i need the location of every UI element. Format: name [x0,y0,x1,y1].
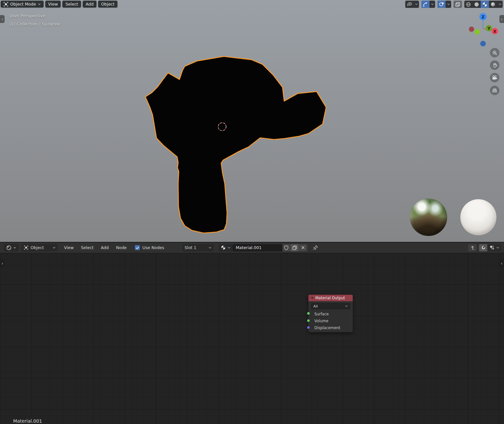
displacement-socket[interactable] [307,326,310,329]
parent-node-tree-button[interactable] [468,244,476,251]
node-header[interactable]: ▼ Material Output [308,295,353,301]
node-sidebar-expand-arrow[interactable]: ‹ [499,259,504,267]
viewport-header: Object Mode View Select Add Object [1,1,117,8]
axis-x-ball[interactable]: X [492,28,498,34]
menu-object[interactable]: Object [98,1,117,8]
snap-target-dropdown[interactable] [487,244,501,251]
surface-socket[interactable] [307,312,310,315]
shading-dropdown-button[interactable] [497,1,503,8]
pin-id-button[interactable] [313,245,318,250]
axis-neg-y-ball[interactable] [474,29,480,35]
displacement-input-row: Displacement [308,324,353,331]
grid-icon [492,88,497,93]
menu-add[interactable]: Add [83,1,96,8]
volume-socket[interactable] [307,319,310,322]
use-nodes-checkbox[interactable] [135,245,140,250]
shading-wireframe-icon[interactable] [464,1,472,8]
xray-toggle-icon[interactable] [453,1,462,8]
shader-editor-header: Object View Select Add Node Use Nodes Sl… [0,242,504,253]
gizmos-toggle-icon[interactable] [421,1,430,8]
shader-editor-icon [6,245,11,250]
pan-button[interactable] [490,60,499,70]
node-tree-name-label: Material.001 [13,418,42,424]
node-menu-view[interactable]: View [60,245,77,250]
mode-dropdown[interactable]: Object Mode [1,1,44,8]
snap-toggle-button[interactable] [479,244,487,251]
suzanne-silhouette[interactable] [145,56,326,233]
check-icon [136,246,139,249]
shader-type-dropdown[interactable]: Object [22,244,58,251]
perspective-toggle-button[interactable] [490,86,499,95]
shading-material-preview-icon[interactable] [481,1,489,8]
overlays-dropdown-button[interactable] [446,1,451,8]
new-material-button[interactable] [291,244,299,251]
axis-y-ball[interactable]: Y [486,25,492,32]
material-browse-dropdown[interactable] [219,244,233,251]
material-slot-dropdown[interactable]: Slot 1 [182,244,214,251]
axis-z-ball[interactable]: Z [479,13,487,20]
close-icon [301,246,305,249]
svg-text:X: X [493,29,496,34]
use-nodes-label: Use Nodes [142,245,164,250]
menu-view[interactable]: View [45,1,61,8]
magnet-icon [481,245,486,250]
duplicate-icon [292,245,297,250]
svg-text:Y: Y [487,26,491,31]
magnifier-plus-icon [492,50,497,55]
toolbar-expand-arrow[interactable]: › [0,15,5,23]
surface-input-row: Surface [308,310,353,317]
shading-rendered-icon[interactable] [489,1,497,8]
mode-label: Object Mode [10,2,36,7]
slot-label: Slot 1 [185,245,197,250]
viewport-header-right [405,1,503,8]
camera-view-button[interactable] [490,73,499,82]
shading-solid-icon[interactable] [472,1,481,8]
visibility-filter-icon[interactable] [405,1,413,8]
hand-icon [492,63,497,68]
chevron-down-icon [345,305,348,307]
shield-icon [284,245,288,250]
3d-viewport[interactable]: Object Mode View Select Add Object [0,0,504,242]
editor-type-button[interactable] [4,244,18,251]
volume-input-row: Volume [308,317,353,324]
axis-neg-z-ball[interactable] [480,41,486,47]
zoom-button[interactable] [490,48,499,57]
material-name-field[interactable]: Material.001 [233,244,283,251]
arrow-up-icon [470,245,475,250]
material-output-node[interactable]: ▼ Material Output All Surface Volume Dis… [308,294,353,332]
visibility-dropdown-button[interactable] [413,1,419,8]
chevron-down-icon [53,247,55,249]
camera-icon [492,75,497,80]
node-menu-add[interactable]: Add [97,245,112,250]
axis-neg-x-ball[interactable] [469,27,474,32]
navigation-axis-gizmo[interactable]: Y X Z [467,12,501,49]
overlays-toggle-icon[interactable] [437,1,446,8]
unlink-material-button[interactable] [299,244,307,251]
view-perspective-label: User Perspective [10,13,45,18]
node-toolbar-expand-arrow[interactable]: › [0,259,5,267]
node-menu-node[interactable]: Node [112,245,130,250]
node-collapse-triangle-icon[interactable]: ▼ [311,296,313,300]
menu-select[interactable]: Select [62,1,81,8]
chevron-down-icon [209,247,211,249]
chevron-down-icon [38,3,41,5]
active-object-label: (1) Collection | Suzanne [9,22,60,27]
object-mode-icon [4,2,8,7]
gizmos-dropdown-button[interactable] [430,1,435,8]
shader-type-label: Object [31,245,44,250]
material-sphere-icon [221,245,226,250]
chevron-down-icon [228,247,230,249]
snap-grid-icon [490,245,494,250]
hdri-preview-sphere [410,199,447,236]
shader-node-editor[interactable]: › ‹ ▼ Material Output All Surface Volume… [0,253,504,424]
output-target-dropdown[interactable]: All [311,303,350,309]
node-title: Material Output [315,296,345,300]
pin-icon [313,245,318,250]
chevron-down-icon [496,247,499,249]
fake-user-button[interactable] [283,244,291,251]
diffuse-preview-sphere [460,199,496,235]
object-data-icon [24,245,28,250]
node-menu-select[interactable]: Select [77,245,97,250]
svg-text:Z: Z [482,15,485,19]
chevron-down-icon [13,247,16,249]
